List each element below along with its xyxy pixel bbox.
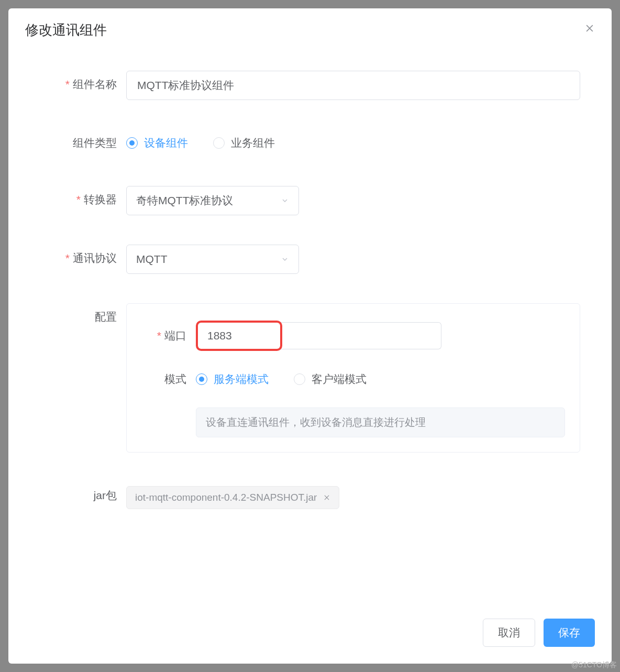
modal-dialog: 修改通讯组件 组件名称 组件类型 设备组件: [8, 8, 612, 664]
close-icon[interactable]: [584, 23, 595, 34]
label-jar: jar包: [40, 482, 126, 509]
radio-checked-icon: [196, 373, 207, 385]
cancel-button[interactable]: 取消: [483, 619, 535, 647]
port-value: 1883: [207, 329, 232, 342]
radio-label-client: 客户端模式: [312, 372, 367, 387]
jar-tag: iot-mqtt-component-0.4.2-SNAPSHOT.jar: [126, 486, 339, 509]
jar-filename: iot-mqtt-component-0.4.2-SNAPSHOT.jar: [135, 492, 317, 503]
radio-business-component[interactable]: 业务组件: [213, 136, 275, 150]
radio-unchecked-icon: [213, 137, 225, 149]
radio-server-mode[interactable]: 服务端模式: [196, 372, 269, 387]
select-protocol[interactable]: MQTT: [126, 245, 299, 274]
config-row-mode: 模式 服务端模式 客户端模式: [133, 366, 565, 393]
modal-body: 组件名称 组件类型 设备组件 业务组件: [8, 39, 612, 608]
label-component-type: 组件类型: [40, 129, 126, 157]
label-port: 端口: [133, 328, 196, 343]
radio-unchecked-icon: [294, 373, 305, 385]
label-component-name: 组件名称: [40, 71, 126, 98]
radio-label-server: 服务端模式: [214, 372, 269, 387]
radio-client-mode[interactable]: 客户端模式: [294, 372, 367, 387]
row-config: 配置 端口 1883 模式: [40, 303, 580, 453]
row-jar: jar包 iot-mqtt-component-0.4.2-SNAPSHOT.j…: [40, 482, 580, 509]
input-component-name[interactable]: [126, 71, 580, 100]
input-port-highlighted[interactable]: 1883: [196, 321, 282, 351]
label-mode: 模式: [133, 372, 196, 387]
row-protocol: 通讯协议 MQTT: [40, 245, 580, 274]
save-button[interactable]: 保存: [544, 619, 595, 647]
chevron-down-icon: [281, 255, 289, 263]
label-protocol: 通讯协议: [40, 245, 126, 272]
row-component-type: 组件类型 设备组件 业务组件: [40, 129, 580, 157]
radio-label-device: 设备组件: [144, 136, 188, 150]
radio-device-component[interactable]: 设备组件: [126, 136, 188, 150]
label-config: 配置: [40, 303, 126, 331]
label-converter: 转换器: [40, 186, 126, 213]
config-panel: 端口 1883 模式 服务端模式: [126, 303, 580, 453]
chevron-down-icon: [281, 196, 289, 205]
input-port-remainder[interactable]: [279, 322, 441, 349]
modal-header: 修改通讯组件: [8, 8, 612, 39]
config-description: 设备直连通讯组件，收到设备消息直接进行处理: [196, 407, 565, 437]
modal-title: 修改通讯组件: [25, 21, 107, 39]
select-protocol-value: MQTT: [136, 253, 167, 266]
row-component-name: 组件名称: [40, 71, 580, 100]
tag-close-icon[interactable]: [323, 494, 330, 501]
config-row-port: 端口 1883: [133, 321, 565, 351]
select-converter[interactable]: 奇特MQTT标准协议: [126, 186, 299, 215]
radio-checked-icon: [126, 137, 138, 149]
radio-label-business: 业务组件: [231, 136, 275, 150]
select-converter-value: 奇特MQTT标准协议: [136, 193, 233, 208]
row-converter: 转换器 奇特MQTT标准协议: [40, 186, 580, 215]
watermark: @51CTO博客: [571, 660, 617, 670]
modal-footer: 取消 保存: [8, 608, 612, 664]
